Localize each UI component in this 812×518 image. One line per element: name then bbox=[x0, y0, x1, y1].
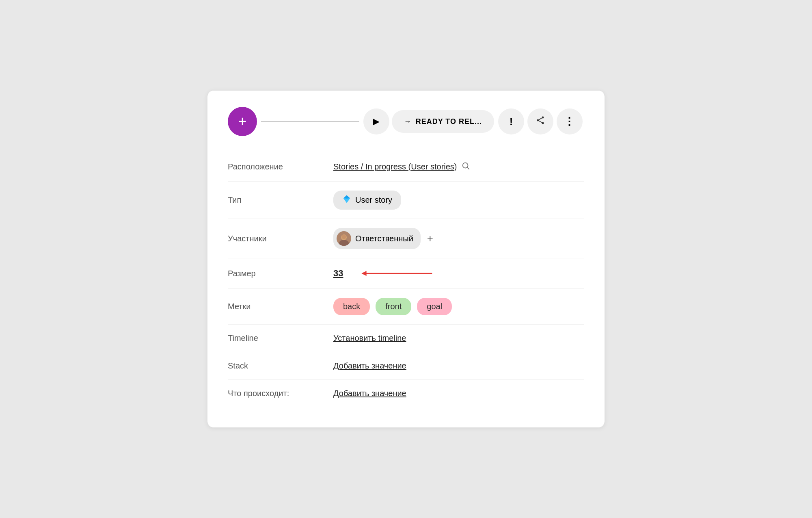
participants-row: Участники Ответственный + bbox=[228, 219, 584, 258]
size-value-container: 33 bbox=[333, 267, 584, 280]
stack-label: Stack bbox=[228, 361, 333, 371]
size-row: Размер 33 bbox=[228, 258, 584, 289]
participants-value: Ответственный + bbox=[333, 228, 584, 249]
location-label: Расположение bbox=[228, 162, 333, 171]
svg-marker-14 bbox=[362, 271, 367, 276]
tags-label: Метки bbox=[228, 302, 333, 311]
location-row: Расположение Stories / In progress (User… bbox=[228, 152, 584, 182]
timeline-label: Timeline bbox=[228, 334, 333, 343]
alert-icon: ! bbox=[510, 115, 513, 128]
main-card: + ▶ → READY TO REL... ! bbox=[207, 90, 605, 428]
tags-value: back front goal bbox=[333, 298, 584, 315]
tag-front[interactable]: front bbox=[376, 298, 411, 315]
size-label: Размер bbox=[228, 269, 333, 278]
participant-chip[interactable]: Ответственный bbox=[333, 228, 421, 249]
location-link[interactable]: Stories / In progress (User stories) bbox=[333, 162, 457, 171]
add-button[interactable]: + bbox=[228, 107, 257, 136]
size-value[interactable]: 33 bbox=[333, 268, 343, 279]
timeline-link[interactable]: Установить timeline bbox=[333, 334, 406, 343]
type-label: Тип bbox=[228, 195, 333, 205]
more-button[interactable]: ⋮ bbox=[557, 108, 583, 134]
what-label: Что происходит: bbox=[228, 389, 333, 398]
what-link[interactable]: Добавить значение bbox=[333, 389, 406, 398]
share-icon bbox=[536, 115, 545, 128]
status-button[interactable]: → READY TO REL... bbox=[392, 110, 494, 133]
type-row: Тип User story bbox=[228, 182, 584, 219]
location-value: Stories / In progress (User stories) bbox=[333, 161, 584, 172]
share-button[interactable] bbox=[527, 108, 553, 134]
svg-point-0 bbox=[542, 117, 544, 119]
toolbar: + ▶ → READY TO REL... ! bbox=[228, 107, 584, 136]
participant-name: Ответственный bbox=[355, 234, 413, 243]
stack-value: Добавить значение bbox=[333, 361, 584, 371]
tag-back[interactable]: back bbox=[333, 298, 370, 315]
svg-line-6 bbox=[467, 167, 469, 169]
diamond-icon bbox=[342, 195, 351, 206]
add-participant-button[interactable]: + bbox=[425, 232, 436, 245]
timeline-row: Timeline Установить timeline bbox=[228, 325, 584, 352]
status-label: READY TO REL... bbox=[416, 117, 482, 126]
svg-line-3 bbox=[539, 118, 542, 120]
svg-line-4 bbox=[539, 121, 542, 123]
tag-goal[interactable]: goal bbox=[417, 298, 452, 315]
tags-row: Метки back front goal bbox=[228, 289, 584, 325]
fields-container: Расположение Stories / In progress (User… bbox=[228, 152, 584, 407]
avatar bbox=[337, 231, 351, 246]
svg-point-1 bbox=[537, 119, 539, 121]
participants-label: Участники bbox=[228, 234, 333, 243]
svg-marker-8 bbox=[343, 195, 350, 198]
svg-point-12 bbox=[342, 235, 346, 239]
play-button[interactable]: ▶ bbox=[363, 108, 389, 134]
what-value: Добавить значение bbox=[333, 389, 584, 398]
stack-link[interactable]: Добавить значение bbox=[333, 361, 406, 371]
timeline-value: Установить timeline bbox=[333, 334, 584, 343]
what-row: Что происходит: Добавить значение bbox=[228, 380, 584, 407]
size-area: 33 bbox=[333, 267, 436, 280]
type-badge[interactable]: User story bbox=[333, 191, 401, 210]
red-arrow-annotation bbox=[355, 267, 436, 280]
type-value: User story bbox=[333, 191, 584, 210]
alert-button[interactable]: ! bbox=[498, 108, 524, 134]
type-badge-label: User story bbox=[355, 195, 392, 205]
svg-point-2 bbox=[542, 122, 544, 124]
play-icon: ▶ bbox=[373, 116, 380, 127]
status-arrow-icon: → bbox=[404, 117, 412, 126]
toolbar-line bbox=[261, 121, 359, 122]
more-icon: ⋮ bbox=[564, 115, 575, 128]
search-icon[interactable] bbox=[461, 161, 470, 172]
tags-container: back front goal bbox=[333, 298, 452, 315]
stack-row: Stack Добавить значение bbox=[228, 352, 584, 380]
